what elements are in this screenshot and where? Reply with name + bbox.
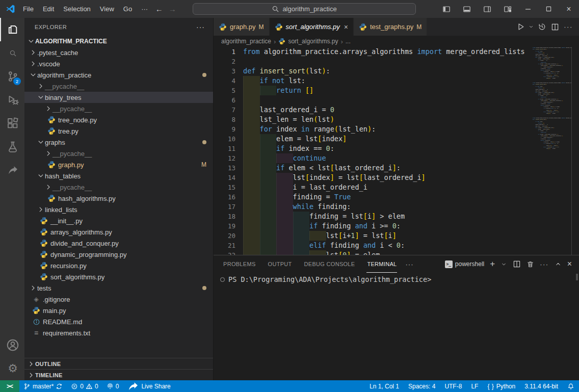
activity-search[interactable] bbox=[0, 41, 24, 65]
code-line-4[interactable]: 4 if not lst: bbox=[214, 76, 533, 86]
tree-file-hash_algorithms.py[interactable]: hash_algorithms.py bbox=[24, 193, 213, 204]
panel-tab-problems[interactable]: PROBLEMS bbox=[223, 255, 256, 273]
problems-status[interactable]: 00 bbox=[67, 380, 102, 392]
activity-run-and-debug[interactable] bbox=[0, 88, 24, 112]
layout-sidebar-left-button[interactable] bbox=[436, 0, 457, 18]
run-button[interactable] bbox=[515, 21, 526, 33]
terminal[interactable]: PS D:\Programing\ADA\Projects\algorithm_… bbox=[214, 273, 579, 380]
tree-folder-.vscode[interactable]: .vscode bbox=[24, 58, 213, 69]
layout-panel-button[interactable] bbox=[457, 0, 477, 18]
python-interpreter[interactable]: 3.11.4 64-bit bbox=[520, 380, 563, 392]
tree-file-__init__.py[interactable]: __init__.py bbox=[24, 215, 213, 226]
tree-file-tree_node.py[interactable]: tree_node.py bbox=[24, 114, 213, 125]
breadcrumb-folder[interactable]: algorithm_practice bbox=[221, 38, 271, 45]
panel-more-tabs-icon[interactable]: ··· bbox=[405, 260, 413, 268]
panel-tab-debug-console[interactable]: DEBUG CONSOLE bbox=[304, 255, 356, 273]
tree-folder-binary_trees[interactable]: binary_trees bbox=[24, 92, 213, 103]
section-timeline[interactable]: TIMELINE bbox=[24, 369, 213, 380]
tab-sort_algorithms.py[interactable]: sort_algorithms.py× bbox=[270, 18, 354, 36]
code-editor[interactable]: 1from algorithm_practice.arrays_algorith… bbox=[214, 47, 533, 255]
encoding[interactable]: UTF-8 bbox=[440, 380, 466, 392]
activity-explorer[interactable] bbox=[0, 18, 24, 41]
breadcrumb-file[interactable]: sort_algorithms.py bbox=[288, 38, 338, 45]
panel-tab-output[interactable]: OUTPUT bbox=[268, 255, 293, 273]
tree-folder-__pycache__[interactable]: __pycache__ bbox=[24, 148, 213, 159]
activity-settings[interactable]: ⚙ bbox=[0, 357, 24, 380]
terminal-scrollbar[interactable] bbox=[576, 274, 578, 280]
code-line-13[interactable]: 13 if elem < lst[last_ordered_i]: bbox=[214, 163, 533, 173]
tree-file-divide_and_conquer.py[interactable]: divide_and_conquer.py bbox=[24, 238, 213, 249]
menu-selection[interactable]: Selection bbox=[59, 0, 95, 18]
code-line-12[interactable]: 12 continue bbox=[214, 153, 533, 163]
maximize-button[interactable] bbox=[538, 0, 559, 18]
language-mode[interactable]: { }Python bbox=[483, 380, 520, 392]
kill-terminal-button[interactable] bbox=[527, 260, 534, 268]
plus-button[interactable]: + bbox=[490, 259, 495, 269]
code-line-17[interactable]: 17 while finding: bbox=[214, 202, 533, 212]
menu-edit[interactable]: Edit bbox=[38, 0, 59, 18]
code-line-19[interactable]: 19 if finding and i >= 0: bbox=[214, 221, 533, 231]
code-line-20[interactable]: 20 lst[i+1] = lst[i] bbox=[214, 231, 533, 241]
tree-file-tree.py[interactable]: tree.py bbox=[24, 125, 213, 137]
code-line-2[interactable]: 2 bbox=[214, 57, 533, 66]
minimap[interactable]: from algorithm_practice.arrays_algorithm… bbox=[533, 47, 571, 255]
code-line-14[interactable]: 14 lst[index] = lst[last_ordered_i] bbox=[214, 173, 533, 182]
menu-[interactable]: ··· bbox=[137, 0, 152, 18]
code-line-1[interactable]: 1from algorithm_practice.arrays_algorith… bbox=[214, 47, 533, 57]
code-line-22[interactable]: 22 lst[0] = elem bbox=[214, 250, 533, 255]
layout-sidebar-right-button[interactable] bbox=[477, 0, 497, 18]
close-icon[interactable]: × bbox=[344, 23, 348, 31]
activity-source-control[interactable]: 2 bbox=[0, 65, 24, 88]
tree-folder-linked_lists[interactable]: linked_lists bbox=[24, 204, 213, 215]
tree-folder-.pytest_cache[interactable]: .pytest_cache bbox=[24, 47, 213, 58]
back-arrow-icon[interactable]: ← bbox=[152, 5, 166, 13]
code-line-7[interactable]: 7 last_ordered_i = 0 bbox=[214, 105, 533, 115]
chevron-down-sm-button[interactable] bbox=[501, 261, 507, 268]
section-outline[interactable]: OUTLINE bbox=[24, 358, 213, 369]
minimize-button[interactable] bbox=[518, 0, 538, 18]
tree-folder-tests[interactable]: tests bbox=[24, 282, 213, 294]
tab-test_graphs.py[interactable]: test_graphs.pyM bbox=[354, 18, 427, 36]
notifications[interactable] bbox=[563, 380, 579, 392]
tree-folder-algorithm_practice[interactable]: algorithm_practice bbox=[24, 69, 213, 81]
code-line-15[interactable]: 15 i = last_ordered_i bbox=[214, 182, 533, 192]
close-button[interactable]: × bbox=[559, 0, 579, 18]
code-line-3[interactable]: 3def insert_sort(lst): bbox=[214, 66, 533, 76]
tree-file-main.py[interactable]: main.py bbox=[24, 305, 213, 316]
command-center-search[interactable]: algorithm_practice bbox=[193, 3, 416, 15]
code-line-10[interactable]: 10 elem = lst[index] bbox=[214, 134, 533, 144]
chevron-up-button[interactable] bbox=[555, 260, 562, 268]
history-button[interactable] bbox=[536, 21, 547, 33]
code-line-18[interactable]: 18 finding = lst[i] > elem bbox=[214, 212, 533, 221]
tree-file-graph.py[interactable]: graph.pyM bbox=[24, 159, 213, 170]
tab-graph.py[interactable]: graph.pyM bbox=[214, 18, 270, 36]
cursor-position[interactable]: Ln 1, Col 1 bbox=[365, 380, 404, 392]
indentation[interactable]: Spaces: 4 bbox=[404, 380, 440, 392]
code-line-8[interactable]: 8 lst_len = len(lst) bbox=[214, 115, 533, 124]
breadcrumb-symbol[interactable]: ... bbox=[346, 38, 351, 45]
close-button[interactable]: × bbox=[567, 259, 572, 269]
chevron-down-sm-button[interactable] bbox=[528, 21, 534, 33]
eol[interactable]: LF bbox=[466, 380, 483, 392]
tree-folder-hash_tables[interactable]: hash_tables bbox=[24, 170, 213, 181]
remote-indicator[interactable]: >< bbox=[0, 380, 19, 392]
forward-arrow-icon[interactable]: → bbox=[166, 5, 179, 13]
code-line-5[interactable]: 5 return [] bbox=[214, 86, 533, 95]
terminal-shell-selector[interactable]: >_ powershell bbox=[445, 260, 484, 268]
menu-go[interactable]: Go bbox=[119, 0, 137, 18]
split-editor-button[interactable] bbox=[513, 260, 521, 268]
code-line-6[interactable]: 6 bbox=[214, 95, 533, 105]
tree-folder-graphs[interactable]: graphs bbox=[24, 137, 213, 148]
tree-folder-__pycache__[interactable]: __pycache__ bbox=[24, 103, 213, 114]
code-line-9[interactable]: 9 for index in range(lst_len): bbox=[214, 124, 533, 134]
activity-testing[interactable] bbox=[0, 135, 24, 159]
tree-file-arrays_algorithms.py[interactable]: arrays_algorithms.py bbox=[24, 226, 213, 238]
tree-file-README.md[interactable]: README.md bbox=[24, 316, 213, 327]
layout-customize-button[interactable] bbox=[497, 0, 518, 18]
more-button[interactable]: ··· bbox=[563, 21, 574, 33]
live-share-status[interactable]: Live Share bbox=[123, 380, 174, 392]
activity-live-share[interactable] bbox=[0, 159, 24, 182]
git-branch-status[interactable]: master* bbox=[19, 380, 67, 392]
code-line-11[interactable]: 11 if index == 0: bbox=[214, 144, 533, 153]
workspace-root-row[interactable]: ALGORITHM_PRACTICE bbox=[24, 36, 213, 47]
